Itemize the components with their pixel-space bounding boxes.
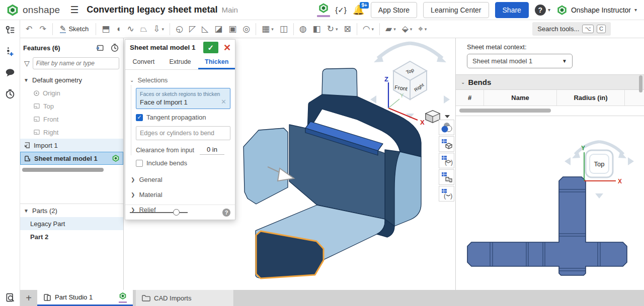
- tree-item-import-1[interactable]: Import 1: [20, 139, 123, 152]
- rotate-left-icon[interactable]: [370, 95, 376, 104]
- help-icon[interactable]: ?: [222, 209, 230, 217]
- rotate-arc-right-icon[interactable]: [410, 43, 442, 58]
- sketch-button[interactable]: ✎ Sketch: [55, 23, 93, 35]
- new-folder-icon[interactable]: [95, 43, 104, 52]
- thicken-button[interactable]: ⇩▾: [150, 23, 167, 35]
- sm-view-simplified-button[interactable]: (): [439, 153, 454, 168]
- chamfer-button[interactable]: ◸: [186, 23, 199, 35]
- rollback-history-icon[interactable]: [110, 43, 119, 52]
- tangent-propagation-row[interactable]: ✓ Tangent propagation: [136, 114, 230, 121]
- part-item-part-2[interactable]: Part 2: [20, 230, 123, 243]
- extrude-button[interactable]: ⬒: [99, 23, 113, 35]
- rotate-down-icon[interactable]: [595, 193, 603, 198]
- loft-button[interactable]: ⏢: [137, 23, 150, 35]
- onshape-logo[interactable]: onshape: [0, 4, 65, 17]
- insert-feature-icon[interactable]: [5, 46, 16, 57]
- tree-item-top[interactable]: Top: [20, 99, 123, 113]
- boolean-button[interactable]: ◍: [296, 23, 310, 35]
- tab-thicken[interactable]: Thicken: [198, 55, 235, 69]
- chevron-down-icon[interactable]: [445, 115, 450, 118]
- tab-convert[interactable]: Convert: [125, 55, 162, 69]
- sm-view-flat-annotated-button[interactable]: (): [439, 186, 454, 201]
- redo-button[interactable]: ↷: [36, 23, 49, 35]
- sheet-metal-bend-button[interactable]: ◠▾: [360, 23, 377, 35]
- tab-cad-imports[interactable]: CAD Imports: [136, 290, 234, 306]
- draft-button[interactable]: ◺: [199, 23, 211, 35]
- tree-item-front[interactable]: Front: [20, 113, 123, 126]
- edges-selection-field[interactable]: Edges or cylinders to bend: [136, 126, 230, 140]
- sweep-button[interactable]: ∿: [124, 23, 137, 35]
- named-views-button[interactable]: ⬙▾: [399, 23, 416, 35]
- context-dropdown[interactable]: Sheet metal model 1 ▼: [467, 54, 573, 68]
- help-menu[interactable]: ? ▾: [535, 5, 550, 16]
- transform-button[interactable]: ↻▾: [324, 23, 341, 35]
- tab-part-studio-1[interactable]: Part Studio 1: [37, 290, 133, 306]
- faces-selection-field[interactable]: Faces or sketch regions to thicken Face …: [136, 88, 230, 109]
- slider-handle[interactable]: [173, 209, 180, 216]
- appearance-button[interactable]: [439, 120, 454, 135]
- share-button[interactable]: Share: [495, 2, 529, 18]
- general-section[interactable]: ❯ General: [130, 172, 230, 187]
- rotate-right-icon[interactable]: [628, 157, 634, 165]
- rotate-right-icon[interactable]: [444, 95, 450, 104]
- mirror-button[interactable]: ◫: [277, 23, 291, 35]
- flat-pattern-shape[interactable]: [467, 177, 627, 275]
- features-scrollbar[interactable]: [22, 168, 104, 172]
- feature-list-icon[interactable]: [5, 25, 16, 36]
- flat-pattern-viewport[interactable]: Top Y X: [456, 118, 644, 289]
- tree-group-default-geometry[interactable]: ▼ Default geometry: [20, 73, 123, 86]
- material-section[interactable]: ❯ Material: [130, 187, 230, 202]
- delete-part-button[interactable]: ⊠: [341, 23, 354, 35]
- notifications-button[interactable]: 🔔 9+: [353, 4, 365, 16]
- tangent-checkbox[interactable]: ✓: [136, 114, 143, 121]
- include-bends-checkbox[interactable]: [136, 160, 143, 167]
- part-item-legacy-part[interactable]: Legacy Part: [20, 217, 123, 230]
- rib-button[interactable]: ◪: [211, 23, 225, 35]
- split-button[interactable]: ◧: [310, 23, 324, 35]
- shell-button[interactable]: ▣: [225, 23, 239, 35]
- rotate-arc-left-icon[interactable]: [378, 43, 410, 58]
- revolve-button[interactable]: ◖: [113, 23, 124, 35]
- tab-extrude[interactable]: Extrude: [162, 55, 199, 69]
- plane-button[interactable]: ▰▾: [382, 23, 399, 35]
- account-menu[interactable]: Onshape Instructor ▾: [556, 5, 637, 16]
- main-menu-icon[interactable]: ☰: [65, 4, 84, 16]
- search-tools-input[interactable]: Search tools... ⌥ C: [532, 22, 611, 36]
- workspace-name[interactable]: Main: [221, 6, 238, 14]
- undo-button[interactable]: ↶: [22, 23, 36, 35]
- confirm-button[interactable]: ✓: [203, 42, 218, 53]
- follow-mode-button[interactable]: [0, 290, 20, 306]
- clear-selection-icon[interactable]: ✕: [221, 98, 226, 106]
- cancel-button[interactable]: ✕: [221, 42, 233, 53]
- opacity-slider[interactable]: [130, 212, 188, 213]
- clearance-input[interactable]: 0 in: [200, 146, 224, 155]
- mate-connector-button[interactable]: ⌖▾: [415, 23, 430, 35]
- toolbar-separator: [293, 23, 294, 35]
- bends-vertical-scrollbar[interactable]: [639, 75, 642, 92]
- sm-view-flat-button[interactable]: [439, 169, 454, 185]
- fillet-button[interactable]: ◵: [173, 23, 186, 35]
- mirror-icon: ◫: [280, 25, 288, 33]
- app-store-button[interactable]: App Store: [371, 2, 417, 18]
- sm-view-folded-button[interactable]: [439, 136, 454, 152]
- tree-item-right[interactable]: Right: [20, 126, 123, 139]
- tree-item-origin[interactable]: Origin: [20, 86, 123, 99]
- hole-button[interactable]: ◎: [239, 23, 253, 35]
- selections-section-header[interactable]: ⌄ Selections: [130, 74, 230, 88]
- bends-horizontal-scrollbar[interactable]: [459, 109, 551, 113]
- learning-center-button[interactable]: Learning Center: [423, 2, 489, 18]
- bends-section-header[interactable]: ⌄ Bends: [456, 74, 644, 90]
- filter-input[interactable]: [33, 57, 119, 69]
- versions-button[interactable]: [318, 3, 329, 17]
- comment-icon[interactable]: [5, 67, 16, 78]
- tree-item-sheet-metal-model-1[interactable]: Sheet metal model 1: [20, 152, 123, 165]
- add-tab-button[interactable]: +: [20, 290, 37, 306]
- parts-group[interactable]: ▼ Parts (2): [20, 204, 123, 217]
- featurescript-icon[interactable]: {✓}: [335, 6, 347, 15]
- rotate-left-icon[interactable]: [565, 157, 571, 165]
- view-cube[interactable]: Top Front Right: [370, 43, 450, 119]
- include-bends-row[interactable]: Include bends: [136, 159, 230, 167]
- dialog-title-bar[interactable]: Sheet metal model 1 ✓ ✕: [125, 40, 235, 55]
- history-icon[interactable]: [5, 88, 16, 99]
- linear-pattern-button[interactable]: ▦▾: [259, 23, 277, 35]
